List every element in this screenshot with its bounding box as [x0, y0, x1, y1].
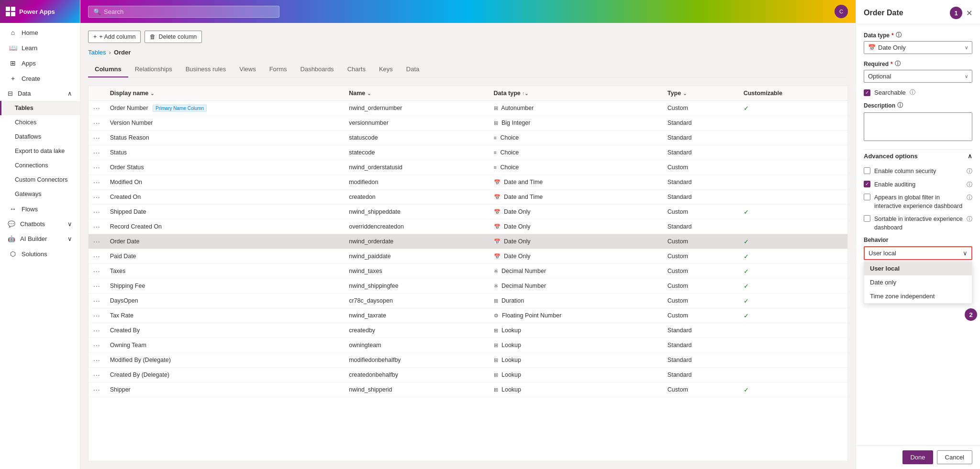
- table-row[interactable]: ··· Order Number Primary Name Column nwi…: [89, 101, 847, 116]
- row-dots-4[interactable]: ···: [93, 164, 100, 171]
- row-display-name-7: Shipped Date: [110, 208, 146, 215]
- sidebar-item-create[interactable]: + Create: [0, 71, 80, 86]
- tab-data[interactable]: Data: [400, 62, 426, 77]
- global-filter-checkbox[interactable]: [864, 194, 870, 200]
- row-dots-11[interactable]: ···: [93, 267, 100, 275]
- data-type-select[interactable]: 📅 Date Only ∨: [864, 41, 972, 54]
- search-input[interactable]: [104, 8, 274, 15]
- row-dots-0[interactable]: ···: [93, 104, 100, 112]
- row-dots-5[interactable]: ···: [93, 178, 100, 186]
- col-header-data-type[interactable]: Data type ↑⌄: [489, 86, 663, 101]
- data-type-label: Data type: [494, 90, 521, 97]
- row-dots-9[interactable]: ···: [93, 238, 100, 245]
- row-dots-13[interactable]: ···: [93, 297, 100, 305]
- sidebar-item-tables[interactable]: Tables: [0, 101, 80, 115]
- sidebar-item-gateways[interactable]: Gateways: [0, 187, 80, 201]
- table-row[interactable]: ··· Created On createdon 📅 Date and Time…: [89, 190, 847, 205]
- column-security-checkbox[interactable]: [864, 167, 870, 174]
- table-row[interactable]: ··· Shipped Date nwind_shippeddate 📅 Dat…: [89, 205, 847, 219]
- tab-keys[interactable]: Keys: [372, 62, 400, 77]
- table-row[interactable]: ··· Shipping Fee nwind_shippingfee ※ Dec…: [89, 279, 847, 294]
- tab-forms[interactable]: Forms: [263, 62, 294, 77]
- sidebar-label-tables: Tables: [15, 105, 33, 111]
- row-dots-2[interactable]: ···: [93, 134, 100, 142]
- tab-views[interactable]: Views: [233, 62, 262, 77]
- col-header-display-name[interactable]: Display name ⌄: [105, 86, 345, 101]
- step1-badge: 1: [950, 7, 962, 19]
- sidebar-item-learn[interactable]: 📖 Learn: [0, 40, 80, 55]
- sidebar-item-dataflows[interactable]: Dataflows: [0, 130, 80, 144]
- table-row[interactable]: ··· Created By (Delegate) createdonbehal…: [89, 368, 847, 382]
- dropdown-item-user-local[interactable]: User local: [864, 262, 972, 275]
- data-type-icon-0: ⊞: [494, 105, 498, 111]
- table-row[interactable]: ··· Order Date nwind_orderdate 📅 Date On…: [89, 234, 847, 249]
- panel-close-button[interactable]: ✕: [966, 9, 972, 18]
- table-row[interactable]: ··· Created By createdby ⊞ Lookup Standa…: [89, 323, 847, 338]
- row-dots-6[interactable]: ···: [93, 193, 100, 201]
- sidebar-item-data[interactable]: ⊟ Data ∧: [0, 86, 80, 101]
- table-row[interactable]: ··· Owning Team owningteam ⊞ Lookup Stan…: [89, 338, 847, 353]
- tab-relationships[interactable]: Relationships: [128, 62, 179, 77]
- sidebar-item-solutions[interactable]: ⬡ Solutions: [0, 246, 80, 262]
- behavior-select[interactable]: User local ∨: [864, 246, 972, 260]
- table-row[interactable]: ··· Order Status nwind_orderstatusid ≡ C…: [89, 160, 847, 175]
- table-row[interactable]: ··· Modified On modifiedon 📅 Date and Ti…: [89, 175, 847, 190]
- table-row[interactable]: ··· Status Reason statuscode ≡ Choice St…: [89, 131, 847, 145]
- col-header-name[interactable]: Name ⌄: [344, 86, 489, 101]
- advanced-options-toggle[interactable]: Advanced options ∧: [864, 149, 972, 163]
- tab-columns[interactable]: Columns: [88, 62, 128, 77]
- row-dots-3[interactable]: ···: [93, 149, 100, 156]
- required-select[interactable]: Optional ∨: [864, 70, 972, 83]
- enable-auditing-row: Enable auditing ⓘ: [864, 181, 972, 189]
- col-header-type[interactable]: Type ⌄: [663, 86, 739, 101]
- row-dots-1[interactable]: ···: [93, 119, 100, 127]
- sidebar-item-flows[interactable]: ↔ Flows: [0, 201, 80, 217]
- dropdown-item-date-only[interactable]: Date only: [864, 275, 972, 289]
- row-dots-14[interactable]: ···: [93, 312, 100, 319]
- row-dots-12[interactable]: ···: [93, 282, 100, 290]
- sidebar-item-choices[interactable]: Choices: [0, 115, 80, 130]
- row-dots-16[interactable]: ···: [93, 341, 100, 349]
- dropdown-item-time-zone-independent[interactable]: Time zone independent: [864, 289, 972, 303]
- row-name-14: nwind_taxrate: [349, 312, 386, 319]
- row-data-type-11: Decimal Number: [501, 268, 546, 274]
- table-row[interactable]: ··· Shipper nwind_shipperid ⊞ Lookup Cus…: [89, 382, 847, 397]
- auditing-checkbox[interactable]: [864, 181, 870, 187]
- row-dots-15[interactable]: ···: [93, 327, 100, 334]
- table-row[interactable]: ··· Status statecode ≡ Choice Standard: [89, 145, 847, 160]
- behavior-wrapper: User local ∨ User local Date only Time z…: [864, 246, 972, 304]
- tab-charts[interactable]: Charts: [341, 62, 372, 77]
- table-row[interactable]: ··· Tax Rate nwind_taxrate ⚙ Floating Po…: [89, 308, 847, 323]
- sidebar-item-custom-connectors[interactable]: Custom Connectors: [0, 173, 80, 187]
- tab-dashboards[interactable]: Dashboards: [294, 62, 341, 77]
- tab-business-rules[interactable]: Business rules: [179, 62, 233, 77]
- row-dots-17[interactable]: ···: [93, 356, 100, 364]
- row-dots-10[interactable]: ···: [93, 252, 100, 260]
- description-textarea[interactable]: [864, 112, 972, 141]
- row-dots-19[interactable]: ···: [93, 386, 100, 393]
- sidebar-item-connections[interactable]: Connections: [0, 158, 80, 173]
- row-dots-8[interactable]: ···: [93, 223, 100, 230]
- done-button[interactable]: Done: [902, 450, 933, 464]
- table-row[interactable]: ··· Paid Date nwind_paiddate 📅 Date Only…: [89, 249, 847, 264]
- add-column-button[interactable]: + + Add column: [88, 31, 141, 43]
- sidebar-item-chatbots[interactable]: 💬 Chatbots ∨: [0, 217, 80, 231]
- sidebar-item-ai-builder[interactable]: 🤖 AI Builder ∨: [0, 231, 80, 246]
- table-row[interactable]: ··· DaysOpen cr78c_daysopen ⊞ Duration C…: [89, 294, 847, 308]
- breadcrumb-tables-link[interactable]: Tables: [88, 49, 106, 56]
- row-dots-18[interactable]: ···: [93, 371, 100, 379]
- row-dots-7[interactable]: ···: [93, 208, 100, 216]
- data-type-icon-3: ≡: [494, 150, 497, 155]
- sidebar-item-export[interactable]: Export to data lake: [0, 144, 80, 158]
- table-row[interactable]: ··· Modified By (Delegate) modifiedonbeh…: [89, 353, 847, 368]
- sortable-checkbox[interactable]: [864, 215, 870, 222]
- delete-column-button[interactable]: 🗑 Delete column: [145, 31, 202, 43]
- searchable-checkbox[interactable]: [864, 89, 870, 96]
- table-row[interactable]: ··· Record Created On overriddencreatedo…: [89, 219, 847, 234]
- row-type-3: Standard: [668, 149, 692, 156]
- sidebar-item-home[interactable]: ⌂ Home: [0, 25, 80, 40]
- sidebar-item-apps[interactable]: ⊞ Apps: [0, 55, 80, 71]
- cancel-button[interactable]: Cancel: [937, 450, 972, 464]
- table-row[interactable]: ··· Taxes nwind_taxes ※ Decimal Number C…: [89, 264, 847, 279]
- table-row[interactable]: ··· Version Number versionnumber ⊞ Big I…: [89, 116, 847, 131]
